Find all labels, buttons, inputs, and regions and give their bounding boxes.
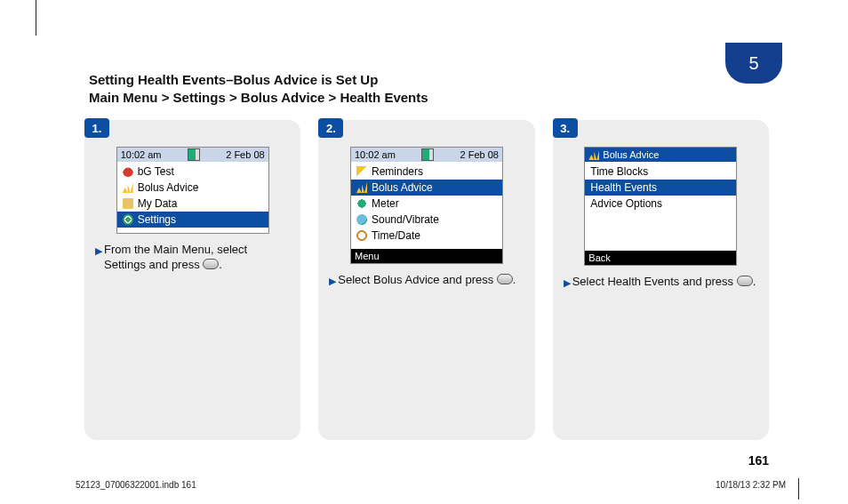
menu-item-bolus-advice[interactable]: Bolus Advice — [351, 180, 502, 196]
folder-icon — [123, 198, 133, 209]
step-badge: 1. — [84, 118, 109, 138]
softkey-bar[interactable]: Back — [585, 251, 736, 265]
clock-icon — [356, 230, 367, 241]
menu-item-label: Meter — [372, 197, 399, 210]
chart-icon — [588, 149, 599, 160]
step-badge: 2. — [318, 118, 343, 138]
menu-item-sound-vibrate[interactable]: Sound/Vibrate — [351, 212, 502, 228]
menu-item-bolus-advice[interactable]: Bolus Advice — [117, 180, 268, 196]
chapter-tab: 5 — [725, 43, 782, 84]
menu-item-label: My Data — [138, 197, 178, 210]
menu-item-advice-options[interactable]: Advice Options — [585, 196, 736, 212]
meter-icon — [356, 198, 367, 209]
print-footer: 52123_07006322001.indb 161 10/18/13 2:32… — [76, 480, 786, 490]
manual-page: 5 Setting Health Events–Bolus Advice is … — [76, 0, 787, 480]
menu-item-bg-test[interactable]: bG Test — [117, 164, 268, 180]
status-date: 2 Feb 08 — [460, 149, 499, 160]
caption-text: From the Main Menu, select Settings and … — [104, 243, 290, 273]
menu-item-label: Health Events — [590, 181, 657, 194]
status-time: 10:02 am — [121, 149, 162, 160]
crop-mark — [798, 478, 799, 500]
menu-item-my-data[interactable]: My Data — [117, 196, 268, 212]
menu-item-label: Advice Options — [590, 197, 662, 210]
caption-core: Select Health Events and press — [572, 275, 733, 288]
step-3: 3. Bolus Advice Time Blocks Health Event… — [553, 120, 769, 440]
step-1: 1. 10:02 am 2 Feb 08 bG Test Bolus Advic… — [84, 120, 300, 440]
gear-icon — [123, 214, 133, 225]
step-caption: ▶ Select Health Events and press . — [564, 275, 758, 290]
menu-item-label: Sound/Vibrate — [372, 213, 439, 226]
menu-item-time-blocks[interactable]: Time Blocks — [585, 164, 736, 180]
menu-item-meter[interactable]: Meter — [351, 196, 502, 212]
device-screen-3: Bolus Advice Time Blocks Health Events A… — [584, 147, 737, 266]
caption-core: Select Bolus Advice and press — [338, 273, 493, 286]
steps-row: 1. 10:02 am 2 Feb 08 bG Test Bolus Advic… — [84, 120, 769, 440]
caption-text: Select Bolus Advice and press . — [338, 273, 516, 288]
screen-title: Bolus Advice — [603, 149, 659, 160]
footer-datetime: 10/18/13 2:32 PM — [716, 480, 786, 490]
crop-mark — [36, 0, 36, 36]
menu-item-settings[interactable]: Settings — [117, 212, 268, 228]
chevron-right-icon: ▶ — [95, 244, 102, 273]
chevron-right-icon: ▶ — [564, 276, 571, 290]
select-button-icon — [497, 274, 513, 284]
flag-icon — [356, 166, 367, 177]
page-number: 161 — [748, 453, 769, 468]
menu-item-label: Time Blocks — [590, 165, 648, 178]
menu-item-label: Reminders — [372, 165, 423, 178]
chapter-number: 5 — [748, 53, 758, 74]
menu-item-label: Bolus Advice — [138, 181, 199, 194]
status-bar: 10:02 am 2 Feb 08 — [351, 148, 502, 162]
battery-icon — [421, 148, 434, 161]
step-caption: ▶ From the Main Menu, select Settings an… — [95, 243, 290, 273]
chart-icon — [123, 182, 133, 193]
title-breadcrumb: Main Menu > Settings > Bolus Advice > He… — [89, 89, 698, 107]
chevron-right-icon: ▶ — [329, 275, 336, 288]
chart-icon — [356, 182, 367, 193]
menu-item-health-events[interactable]: Health Events — [585, 180, 736, 196]
status-time: 10:02 am — [355, 149, 396, 160]
menu-item-label: Time/Date — [372, 229, 420, 242]
menu-item-time-date[interactable]: Time/Date — [351, 228, 502, 244]
select-button-icon — [737, 276, 753, 286]
screen-title-bar: Bolus Advice — [585, 148, 736, 162]
menu-item-label: bG Test — [138, 165, 174, 178]
caption-text: Select Health Events and press . — [572, 275, 756, 290]
menu-item-reminders[interactable]: Reminders — [351, 164, 502, 180]
page-title: Setting Health Events–Bolus Advice is Se… — [89, 71, 698, 108]
footer-file: 52123_07006322001.indb 161 — [76, 480, 196, 490]
caption-core: From the Main Menu, select Settings and … — [104, 243, 247, 271]
drop-icon — [123, 166, 133, 177]
battery-icon — [188, 148, 200, 161]
status-bar: 10:02 am 2 Feb 08 — [117, 148, 268, 162]
globe-icon — [356, 214, 367, 225]
device-screen-1: 10:02 am 2 Feb 08 bG Test Bolus Advice — [116, 147, 269, 234]
title-line-1: Setting Health Events–Bolus Advice is Se… — [89, 71, 698, 89]
menu-list: Time Blocks Health Events Advice Options — [585, 162, 736, 217]
select-button-icon — [203, 259, 219, 269]
menu-item-label: Settings — [138, 213, 176, 226]
step-2: 2. 10:02 am 2 Feb 08 Reminders Bolus Adv… — [318, 120, 534, 440]
menu-item-label: Bolus Advice — [372, 181, 433, 194]
menu-list: Reminders Bolus Advice Meter Sound/Vibra… — [351, 162, 502, 249]
device-screen-2: 10:02 am 2 Feb 08 Reminders Bolus Advice — [350, 147, 503, 264]
softkey-bar[interactable]: Menu — [351, 249, 502, 263]
step-badge: 3. — [553, 118, 578, 138]
step-caption: ▶ Select Bolus Advice and press . — [329, 273, 524, 288]
status-date: 2 Feb 08 — [226, 149, 264, 160]
menu-list: bG Test Bolus Advice My Data Settings — [117, 162, 268, 233]
